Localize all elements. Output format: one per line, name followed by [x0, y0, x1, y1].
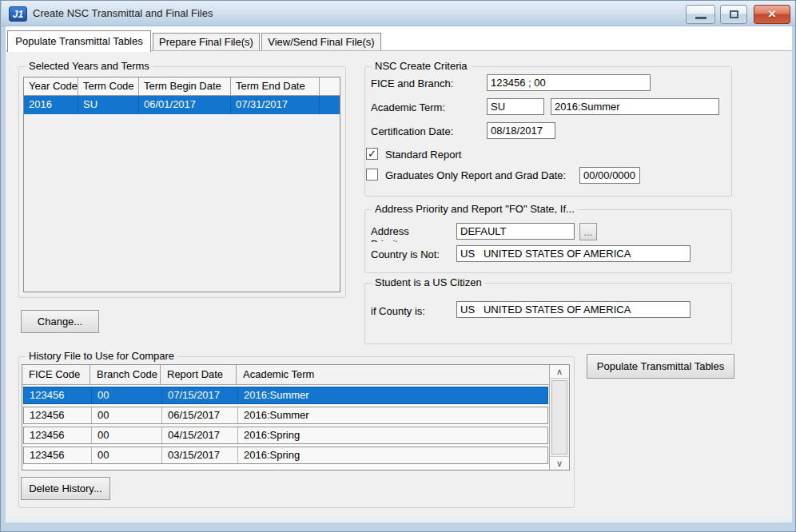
table-cell: 2016:Spring — [238, 427, 547, 443]
tab-view-send-final-files[interactable]: View/Send Final File(s) — [261, 33, 381, 51]
if-county-is-field[interactable]: US UNITED STATES OF AMERICA — [456, 301, 691, 318]
close-button[interactable]: × — [754, 5, 790, 24]
column-header-year-code[interactable]: Year Code — [24, 77, 78, 96]
column-header-academic-term[interactable]: Academic Term — [237, 365, 569, 385]
tab-prepare-final-files[interactable]: Prepare Final File(s) — [153, 33, 260, 51]
table-cell: 06/15/2017 — [162, 407, 238, 423]
table-cell: 2016:Summer — [238, 407, 547, 423]
history-group-label: History File to Use for Compare — [26, 350, 177, 362]
address-priority-label-line1: Address — [371, 225, 409, 237]
address-priority-label-line2: Priority: — [371, 238, 419, 242]
bottom-strip — [6, 517, 792, 522]
column-header-fice-code[interactable]: FICE Code — [22, 365, 90, 385]
certification-date-label: Certification Date: — [371, 125, 453, 137]
change-button[interactable]: Change... — [21, 310, 99, 333]
table-cell: 2016:Summer — [238, 387, 547, 403]
tab-strip: Populate Transmittal Tables Prepare Fina… — [6, 26, 792, 51]
scroll-down-icon[interactable]: ∨ — [550, 456, 569, 470]
maximize-icon — [730, 10, 738, 18]
table-cell: 00 — [92, 427, 162, 443]
if-county-is-label: if County is: — [371, 305, 425, 317]
column-header-report-date[interactable]: Report Date — [161, 365, 237, 385]
standard-report-checkbox[interactable]: ✓ — [366, 148, 378, 160]
table-cell: 00 — [92, 447, 162, 463]
table-cell: 00 — [92, 387, 162, 403]
column-header-term-begin-date[interactable]: Term Begin Date — [139, 77, 231, 96]
selected-years-table-header: Year Code Term Code Term Begin Date Term… — [24, 77, 340, 96]
scrollbar-thumb[interactable] — [551, 380, 567, 455]
address-priority-group: Address Priority and Report "FO" State, … — [364, 209, 732, 273]
table-cell: 123456 — [24, 427, 92, 443]
selected-years-table: Year Code Term Code Term Begin Date Term… — [23, 77, 340, 292]
close-icon: × — [768, 6, 776, 22]
app-icon: J1 — [9, 6, 27, 22]
nsc-criteria-group-label: NSC Create Criteria — [372, 60, 471, 72]
table-cell: 123456 — [24, 447, 92, 463]
academic-term-label: Academic Term: — [371, 101, 445, 113]
title-bar: J1 Create NSC Transmittal and Final File… — [2, 1, 796, 26]
table-row[interactable]: 123456 00 04/15/2017 2016:Spring — [23, 427, 548, 444]
grad-date-field[interactable]: 00/00/0000 — [579, 167, 640, 184]
address-priority-browse-button[interactable]: ... — [579, 223, 597, 240]
academic-term-desc-field[interactable]: 2016:Summer — [551, 98, 719, 115]
table-cell: 04/15/2017 — [162, 427, 238, 443]
history-table-body: 123456 00 07/15/2017 2016:Summer 123456 … — [22, 385, 549, 470]
history-table-header: FICE Code Branch Code Report Date Academ… — [22, 365, 569, 385]
tab-populate-transmittal-tables[interactable]: Populate Transmittal Tables — [7, 30, 151, 52]
table-row[interactable]: 123456 00 06/15/2017 2016:Summer — [23, 407, 548, 424]
table-cell: 123456 — [24, 407, 92, 423]
history-scrollbar[interactable]: ∧ ∨ — [549, 365, 569, 470]
history-table: FICE Code Branch Code Report Date Academ… — [22, 364, 570, 470]
selected-years-group-label: Selected Years and Terms — [26, 60, 153, 72]
checkbox-check-icon: ✓ — [368, 148, 376, 160]
table-cell: 00 — [92, 407, 162, 423]
table-cell — [320, 96, 340, 114]
graduates-only-checkbox[interactable] — [366, 169, 378, 181]
populate-transmittal-tables-button[interactable]: Populate Transmittal Tables — [587, 354, 734, 379]
table-cell: 2016 — [24, 96, 78, 114]
delete-history-button[interactable]: Delete History... — [21, 477, 110, 500]
table-cell: 123456 — [24, 387, 92, 403]
column-header-term-code[interactable]: Term Code — [78, 77, 139, 96]
table-row[interactable]: 123456 00 03/15/2017 2016:Spring — [23, 447, 548, 464]
standard-report-label: Standard Report — [385, 149, 461, 161]
column-header-filler — [320, 77, 340, 96]
us-citizen-group-label: Student is a US Citizen — [372, 276, 485, 288]
fice-branch-label: FICE and Branch: — [371, 77, 453, 89]
table-cell: 07/31/2017 — [231, 96, 320, 114]
table-cell: 03/15/2017 — [162, 447, 238, 463]
window-title: Create NSC Transmittal and Final Files — [33, 7, 213, 19]
table-cell: SU — [78, 96, 139, 114]
maximize-button[interactable] — [720, 5, 747, 24]
certification-date-field[interactable]: 08/18/2017 — [487, 122, 555, 139]
country-is-not-field[interactable]: US UNITED STATES OF AMERICA — [456, 245, 691, 262]
table-row[interactable]: 2016 SU 06/01/2017 07/31/2017 — [24, 96, 340, 114]
table-row[interactable]: 123456 00 07/15/2017 2016:Summer — [23, 387, 548, 404]
column-header-term-end-date[interactable]: Term End Date — [231, 77, 320, 96]
minimize-icon — [695, 17, 706, 19]
table-cell: 07/15/2017 — [162, 387, 238, 403]
country-is-not-label: Country is Not: — [371, 248, 440, 260]
ellipsis-icon: ... — [584, 226, 593, 238]
scroll-up-icon[interactable]: ∧ — [550, 365, 569, 379]
academic-term-code-field[interactable]: SU — [487, 98, 544, 115]
column-header-branch-code[interactable]: Branch Code — [90, 365, 161, 385]
address-priority-field[interactable]: DEFAULT — [456, 223, 575, 240]
address-priority-group-label: Address Priority and Report "FO" State, … — [372, 203, 578, 215]
table-cell: 06/01/2017 — [139, 96, 231, 114]
fice-branch-field[interactable]: 123456 ; 00 — [487, 74, 651, 91]
app-window: J1 Create NSC Transmittal and Final File… — [0, 0, 796, 532]
graduates-only-label: Graduates Only Report and Grad Date: — [385, 169, 566, 181]
minimize-button[interactable] — [686, 5, 715, 24]
table-cell: 2016:Spring — [238, 447, 547, 463]
